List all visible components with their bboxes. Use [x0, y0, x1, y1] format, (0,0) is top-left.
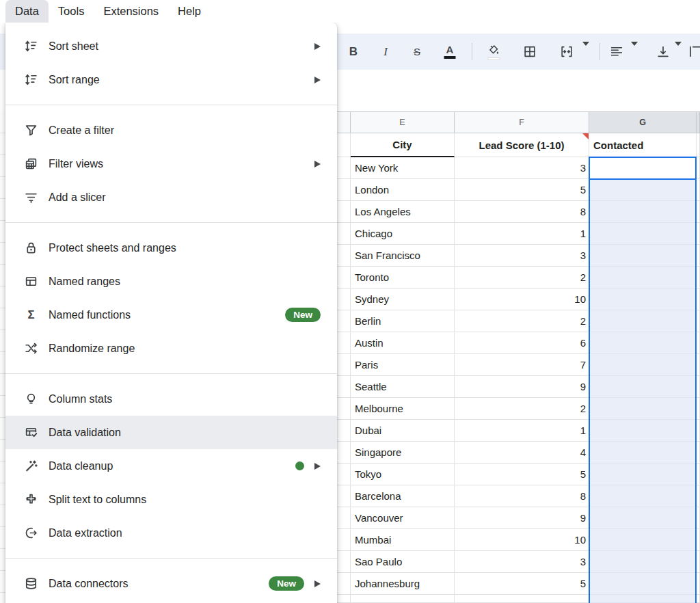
menu-item-create-a-filter[interactable]: Create a filter — [5, 113, 337, 147]
menu-item-data-cleanup[interactable]: Data cleanup — [5, 449, 337, 483]
cell-score-7[interactable]: 2 — [455, 267, 589, 289]
italic-button[interactable]: I — [383, 34, 388, 70]
cell-city-8[interactable]: Sydney — [351, 289, 455, 310]
cell-city-header[interactable]: City — [351, 133, 455, 157]
cell-city-10[interactable]: Austin — [351, 332, 455, 354]
cell-city-2[interactable]: New York — [351, 157, 455, 179]
cell-contacted-20[interactable] — [589, 551, 697, 573]
cell-d16[interactable] — [337, 464, 351, 485]
cell-score-10[interactable]: 6 — [455, 332, 589, 354]
merge-cells-button[interactable] — [560, 34, 574, 70]
column-header-d-sliver[interactable] — [337, 111, 351, 133]
cell-d12[interactable] — [337, 376, 351, 398]
cell-city-20[interactable]: Sao Paulo — [351, 551, 455, 573]
cell-city-12[interactable]: Seattle — [351, 376, 455, 398]
cell-contacted-7[interactable] — [589, 267, 697, 289]
column-header-f[interactable]: F — [455, 111, 589, 133]
cell-d21[interactable] — [337, 573, 351, 595]
cell-h21[interactable] — [697, 573, 700, 595]
cell-score-9[interactable]: 2 — [455, 310, 589, 332]
vertical-align-button[interactable] — [656, 34, 671, 70]
menu-item-split-text-to-columns[interactable]: Split text to columns — [5, 483, 337, 516]
cell-contacted-19[interactable] — [589, 529, 697, 551]
horizontal-align-dropdown[interactable] — [631, 34, 638, 70]
cell-contacted-5[interactable] — [589, 223, 697, 245]
cell-city-11[interactable]: Paris — [351, 354, 455, 376]
menubar-item-help[interactable]: Help — [168, 0, 211, 23]
cell-h6[interactable] — [697, 245, 700, 267]
cell-score-13[interactable]: 2 — [455, 398, 589, 420]
cell-score-2[interactable]: 3 — [455, 157, 589, 179]
cell-d4[interactable] — [337, 201, 351, 223]
cell-d6[interactable] — [337, 245, 351, 267]
strikethrough-button[interactable]: S — [414, 34, 420, 70]
cell-contacted-2[interactable] — [589, 157, 697, 179]
menu-item-filter-views[interactable]: Filter views — [5, 147, 337, 180]
menubar-item-extensions[interactable]: Extensions — [94, 0, 168, 23]
cell-city-6[interactable]: San Francisco — [351, 245, 455, 267]
cell-city-15[interactable]: Singapore — [351, 442, 455, 464]
cell-score-18[interactable]: 9 — [455, 507, 589, 529]
cell-d7[interactable] — [337, 267, 351, 289]
menu-item-sort-range[interactable]: Sort range — [5, 63, 337, 96]
cell-score-16[interactable]: 5 — [455, 464, 589, 485]
cell-d13[interactable] — [337, 398, 351, 420]
menu-item-add-a-slicer[interactable]: Add a slicer — [5, 180, 337, 214]
cell-score-5[interactable]: 1 — [455, 223, 589, 245]
cell-city-13[interactable]: Melbourne — [351, 398, 455, 420]
cell-d19[interactable] — [337, 529, 351, 551]
cell-city-14[interactable]: Dubai — [351, 420, 455, 442]
column-header-e[interactable]: E — [351, 111, 455, 133]
cell-h11[interactable] — [697, 354, 700, 376]
column-header-g[interactable]: G — [589, 111, 697, 133]
cell-d-partial[interactable] — [337, 595, 351, 603]
menu-item-column-stats[interactable]: Column stats — [5, 382, 337, 416]
cell-contacted-4[interactable] — [589, 201, 697, 223]
cell-h13[interactable] — [697, 398, 700, 420]
cell-score-14[interactable]: 1 — [455, 420, 589, 442]
cell-d3[interactable] — [337, 179, 351, 201]
cell-h10[interactable] — [697, 332, 700, 354]
cell-city-17[interactable]: Barcelona — [351, 485, 455, 507]
text-color-button[interactable]: A — [444, 34, 456, 70]
cell-score-20[interactable]: 3 — [455, 551, 589, 573]
cell-h4[interactable] — [697, 201, 700, 223]
cell-contacted-12[interactable] — [589, 376, 697, 398]
menu-item-named-functions[interactable]: ΣNamed functionsNew — [5, 298, 337, 332]
cell-city-19[interactable]: Mumbai — [351, 529, 455, 551]
borders-button[interactable] — [523, 34, 537, 70]
menu-item-data-validation[interactable]: Data validation — [5, 416, 337, 449]
cell-h1[interactable] — [697, 133, 700, 157]
cell-h-partial[interactable] — [697, 595, 700, 603]
cell-f-partial[interactable] — [455, 595, 589, 603]
cell-d11[interactable] — [337, 354, 351, 376]
cell-city-5[interactable]: Chicago — [351, 223, 455, 245]
menu-item-sort-sheet[interactable]: Sort sheet — [5, 29, 337, 63]
cell-h9[interactable] — [697, 310, 700, 332]
cell-contacted-11[interactable] — [589, 354, 697, 376]
cell-e-partial[interactable] — [351, 595, 455, 603]
cell-contacted-15[interactable] — [589, 442, 697, 464]
cell-city-3[interactable]: London — [351, 179, 455, 201]
cell-d10[interactable] — [337, 332, 351, 354]
cell-d1[interactable] — [337, 133, 351, 157]
cell-h18[interactable] — [697, 507, 700, 529]
cell-city-21[interactable]: Johannesburg — [351, 573, 455, 595]
vertical-align-dropdown[interactable] — [675, 34, 682, 70]
cell-contacted-17[interactable] — [589, 485, 697, 507]
cell-lead-score-header[interactable]: Lead Score (1-10) — [455, 133, 589, 157]
cell-h12[interactable] — [697, 376, 700, 398]
menu-item-protect-sheets-and-ranges[interactable]: Protect sheets and ranges — [5, 231, 337, 265]
cell-contacted-6[interactable] — [589, 245, 697, 267]
cell-d2[interactable] — [337, 157, 351, 179]
cell-g-partial[interactable] — [589, 595, 697, 603]
text-wrap-button[interactable] — [690, 34, 700, 70]
cell-h17[interactable] — [697, 485, 700, 507]
column-header-h-sliver[interactable] — [697, 111, 700, 133]
cell-contacted-14[interactable] — [589, 420, 697, 442]
cell-contacted-21[interactable] — [589, 573, 697, 595]
cell-score-8[interactable]: 10 — [455, 289, 589, 310]
cell-score-15[interactable]: 4 — [455, 442, 589, 464]
cell-h8[interactable] — [697, 289, 700, 310]
cell-d14[interactable] — [337, 420, 351, 442]
